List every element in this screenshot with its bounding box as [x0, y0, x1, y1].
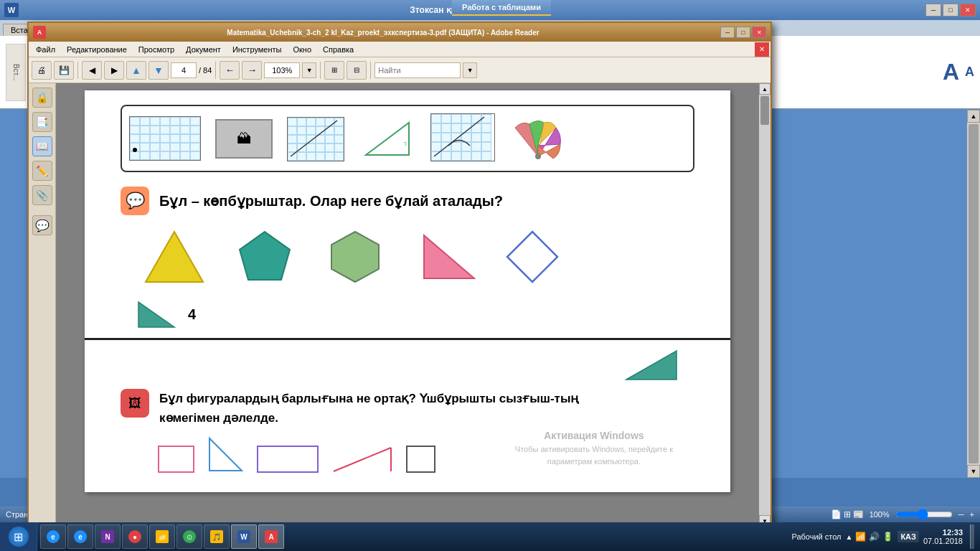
pdf-sidebar-bookmark-icon[interactable]: 📑	[32, 112, 52, 132]
svg-marker-1	[366, 123, 409, 155]
pdf-page-total: 84	[203, 66, 212, 75]
pdf-zoom-input[interactable]	[264, 62, 300, 78]
word-close-btn[interactable]: ✕	[960, 4, 976, 17]
pdf-fit-page-btn[interactable]: ⊞	[324, 61, 344, 80]
tray-arrow[interactable]: ▲	[845, 533, 852, 541]
taskbar-app-red[interactable]: ●	[122, 524, 148, 549]
pdf-menu-edit[interactable]: Редактирование	[61, 44, 133, 55]
taskbar: ⊞ e e N ● 📁 ⊙ 🎵 W	[0, 522, 980, 551]
pdf-zoom-out-btn[interactable]: ←	[220, 61, 240, 80]
grid-ruler: ┐	[359, 119, 416, 159]
grid1: for(let i=0;i<35;i++) document.write('<d…	[129, 116, 201, 161]
view-icons: 📄 ⊞ 📰	[831, 509, 864, 519]
date-display: 07.01.2018	[923, 537, 963, 545]
pdf-scrollbar-vertical[interactable]: ▲ ▼	[759, 83, 771, 527]
yellow-triangle	[142, 228, 207, 286]
kaz-indicator[interactable]: КАЗ	[897, 531, 919, 542]
word-titlebar: W Зтоксан қмж - Microsoft Word Работа с …	[0, 0, 980, 20]
svg-marker-11	[138, 302, 174, 327]
desktop-label[interactable]: Рабочий стол	[791, 532, 841, 541]
pdf-menu-document[interactable]: Документ	[180, 44, 227, 55]
pdf-minimize-btn[interactable]: ─	[720, 27, 735, 38]
svg-marker-14	[209, 438, 242, 471]
taskbar-items: e e N ● 📁 ⊙ 🎵 W A	[37, 524, 786, 549]
svg-rect-18	[407, 446, 435, 472]
pdf-scroll-thumb[interactable]	[760, 96, 769, 125]
pink-triangle	[413, 228, 478, 286]
teal-pentagon	[232, 228, 297, 286]
taskbar-chrome[interactable]: ⊙	[176, 524, 202, 549]
question1-text: Бұл – көпбұрыштар. Олар неге бұлай атала…	[159, 191, 503, 211]
show-desktop-btn[interactable]	[970, 524, 974, 549]
taskbar-ie2[interactable]: e	[67, 524, 93, 549]
pdf-zoom-dropdown-btn[interactable]: ▼	[302, 62, 316, 78]
pdf-menu-help[interactable]: Справка	[317, 44, 359, 55]
svg-marker-10	[507, 232, 557, 282]
word-scrollbar-vertical[interactable]: ▲ ▼	[967, 110, 980, 478]
pdf-page-input[interactable]	[171, 62, 197, 78]
pdf-sidebar-pages-icon[interactable]: 📖	[32, 136, 52, 156]
table-tools-tab[interactable]: Работа с таблицами	[452, 0, 551, 16]
pdf-sidebar-comment-icon[interactable]: 💬	[32, 215, 52, 235]
pdf-sidebar-edit-icon[interactable]: ✏️	[32, 161, 52, 181]
pdf-nav-down-btn[interactable]: ▼	[149, 61, 169, 80]
scroll-thumb[interactable]	[969, 124, 979, 463]
pdf-close-x[interactable]: ✕	[755, 42, 769, 57]
zoom-slider[interactable]	[895, 509, 953, 519]
svg-rect-15	[258, 446, 318, 472]
small-teal-triangle-left	[135, 298, 178, 331]
pdf-find-input[interactable]	[374, 62, 461, 78]
small-aa-icon: A	[965, 65, 974, 80]
green-hexagon	[323, 228, 387, 286]
pdf-menu-window[interactable]: Окно	[287, 44, 317, 55]
pdf-sidebar-attach-icon[interactable]: 📎	[32, 185, 52, 205]
svg-line-0	[291, 121, 337, 156]
scroll-down-btn[interactable]: ▼	[967, 465, 980, 478]
pdf-menu-tools[interactable]: Инструменты	[227, 44, 288, 55]
pdf-zoom-in-btn[interactable]: →	[242, 61, 262, 80]
taskbar-files[interactable]: 📁	[149, 524, 175, 549]
pdf-print-btn[interactable]: 🖨	[32, 61, 52, 80]
pdf-main-content[interactable]: for(let i=0;i<35;i++) document.write('<d…	[56, 83, 759, 527]
time-display: 12:33	[923, 528, 963, 537]
svg-text:┐: ┐	[403, 139, 408, 146]
pdf-toolbar: 🖨 💾 ◀ ▶ ▲ ▼ / 84 ← → ▼ ⊞ ⊟ ▼	[29, 57, 771, 83]
pdf-close-btn[interactable]: ✕	[752, 27, 766, 38]
pdf-save-btn[interactable]: 💾	[54, 61, 74, 80]
pdf-sidebar-lock-icon[interactable]: 🔒	[32, 88, 52, 108]
pdf-fit-width-btn[interactable]: ⊟	[347, 61, 367, 80]
pdf-win-buttons: ─ □ ✕	[720, 27, 766, 38]
activation-watermark: Активация Windows Чтобы активировать Win…	[515, 428, 673, 467]
pdf-page-separator: /	[199, 66, 201, 75]
bottom-shape-2	[206, 435, 245, 474]
taskbar-pdf[interactable]: A	[258, 524, 284, 549]
taskbar-onenote[interactable]: N	[95, 524, 121, 549]
pdf-scroll-up[interactable]: ▲	[759, 83, 771, 95]
pdf-nav-back-btn[interactable]: ◀	[82, 61, 102, 80]
scroll-up-btn[interactable]: ▲	[967, 110, 980, 123]
zoom-plus[interactable]: +	[970, 510, 974, 519]
taskbar-word[interactable]: W	[231, 524, 257, 549]
shapes-row-1	[142, 228, 694, 286]
zoom-minus[interactable]: ─	[958, 510, 964, 519]
pdf-maximize-btn[interactable]: □	[736, 27, 750, 38]
bottom-shape-4	[330, 444, 395, 474]
word-minimize-btn[interactable]: ─	[925, 4, 941, 17]
svg-rect-13	[159, 446, 194, 472]
pdf-nav-up-btn[interactable]: ▲	[126, 61, 146, 80]
tray-network: 📶	[855, 532, 866, 542]
question1-section: 💬 Бұл – көпбұрыштар. Олар неге бұлай ата…	[121, 187, 694, 215]
grid-photo: 🏔	[215, 119, 273, 159]
start-button[interactable]: ⊞	[0, 522, 37, 551]
pdf-find-dropdown-btn[interactable]: ▼	[463, 62, 477, 78]
pdf-app-icon: A	[33, 26, 46, 39]
pdf-title: Matematika_Uchebnik_3-ch_2 kl_Kaz_proekt…	[46, 29, 720, 37]
pdf-nav-fwd-btn[interactable]: ▶	[104, 61, 124, 80]
pdf-menu-file[interactable]: Файл	[30, 44, 61, 55]
taskbar-winamp[interactable]: 🎵	[204, 524, 230, 549]
pdf-menu-view[interactable]: Просмотр	[133, 44, 180, 55]
word-maximize-btn[interactable]: □	[943, 4, 958, 17]
grid-section-top: for(let i=0;i<35;i++) document.write('<d…	[121, 105, 694, 172]
taskbar-ie1[interactable]: e	[40, 524, 66, 549]
pdf-menubar: Файл Редактирование Просмотр Документ Ин…	[29, 42, 771, 57]
